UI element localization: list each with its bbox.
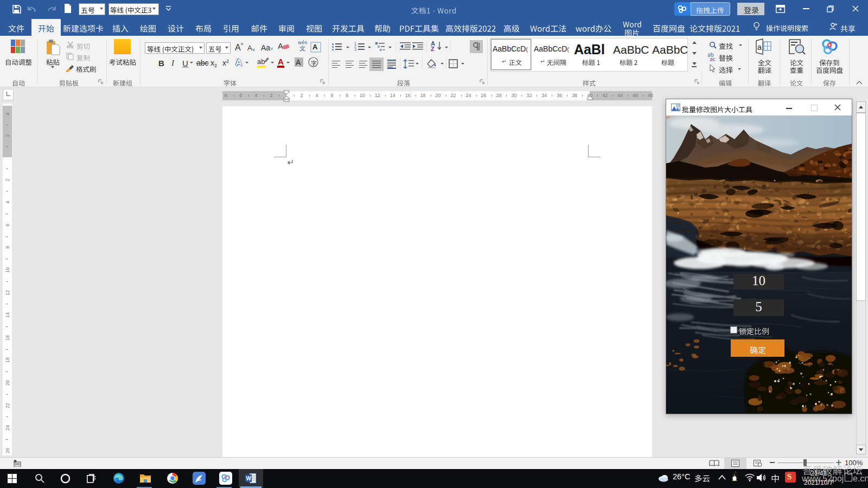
svg-text:a: a xyxy=(757,43,762,52)
svg-text:W: W xyxy=(246,476,252,481)
